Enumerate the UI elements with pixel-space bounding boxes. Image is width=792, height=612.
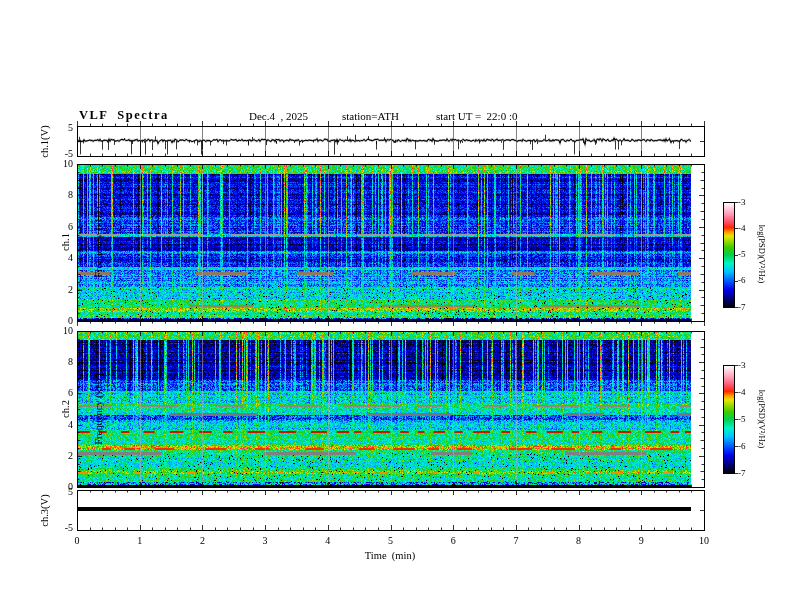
x-tick-label: 9: [629, 536, 653, 546]
colorbar-tick-label: -4: [738, 224, 756, 233]
y-tick-label: 5: [51, 487, 73, 497]
plot-date: Dec.4 , 2025: [249, 111, 308, 122]
colorbar2-label: log(PSD)(V²/Hz): [756, 374, 766, 464]
colorbar1-label: log(PSD)(V²/Hz): [756, 209, 766, 299]
x-tick-label: 2: [190, 536, 214, 546]
x-tick-label: 5: [379, 536, 403, 546]
x-tick-label: 0: [65, 536, 89, 546]
y-tick-label: 10: [51, 326, 73, 336]
y-tick-label: 5: [51, 123, 73, 133]
y-tick-label: 6: [51, 222, 73, 232]
colorbar-tick-label: -5: [738, 415, 756, 424]
ch2-frequency-units-label: Frequency (kHz): [93, 349, 104, 469]
y-tick-label: 8: [51, 357, 73, 367]
colorbar-tick-label: -7: [738, 469, 756, 478]
y-tick-label: -5: [51, 523, 73, 533]
y-tick-label: 4: [51, 253, 73, 263]
x-tick-label: 4: [316, 536, 340, 546]
colorbar-tick-label: -4: [738, 388, 756, 397]
x-tick-label: 6: [441, 536, 465, 546]
colorbar-tick-label: -7: [738, 303, 756, 312]
x-tick-label: 1: [128, 536, 152, 546]
colorbar-tick-label: -3: [738, 361, 756, 370]
y-tick-label: 4: [51, 420, 73, 430]
y-tick-label: 2: [51, 451, 73, 461]
colorbar-tick-label: -6: [738, 442, 756, 451]
x-tick-label: 3: [253, 536, 277, 546]
y-tick-label: 2: [51, 285, 73, 295]
y-tick-label: 6: [51, 388, 73, 398]
x-tick-label: 10: [692, 536, 716, 546]
x-tick-label: 8: [567, 536, 591, 546]
plot-station: station=ATH: [342, 111, 399, 122]
ch1-frequency-units-label: Frequency (kHz): [93, 182, 104, 302]
ch3-voltage-axis-label: ch.3(V): [40, 481, 51, 541]
x-tick-label: 7: [504, 536, 528, 546]
y-tick-label: 8: [51, 190, 73, 200]
colorbar-tick-label: -3: [738, 198, 756, 207]
vlf-spectra-figure: VLF Spectra Dec.4 , 2025 station=ATH sta…: [0, 0, 792, 612]
ch1-voltage-axis-label: ch.1(V): [40, 112, 51, 172]
spectra-plot-canvas: [0, 0, 792, 612]
colorbar-tick-label: -6: [738, 276, 756, 285]
time-axis-label: Time (min): [330, 551, 450, 562]
y-tick-label: 10: [51, 159, 73, 169]
colorbar-tick-label: -5: [738, 250, 756, 259]
plot-start-ut: start UT = 22:0 :0: [436, 111, 517, 122]
plot-title: VLF Spectra: [79, 109, 169, 122]
